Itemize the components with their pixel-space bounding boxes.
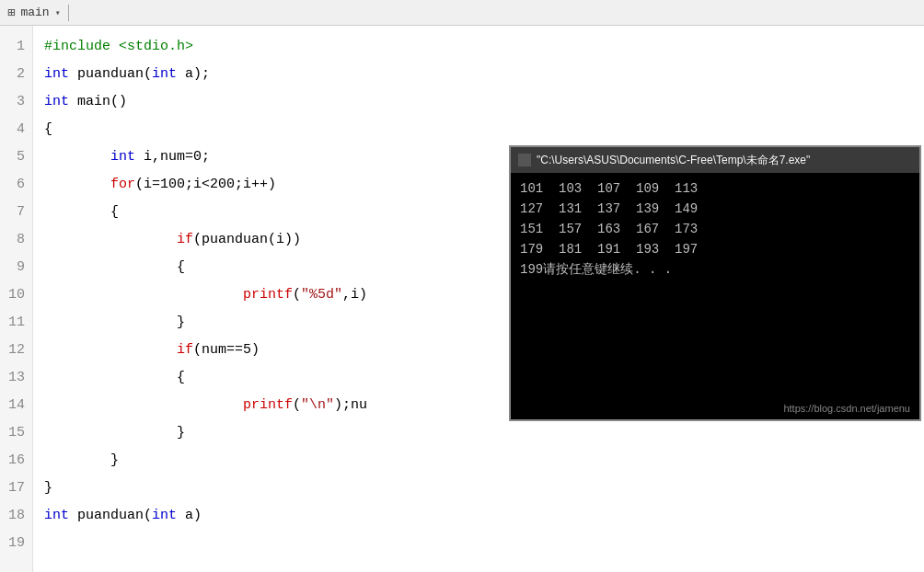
line-number: 6	[0, 171, 32, 199]
line-number: 3	[0, 88, 32, 116]
line-number: 12	[0, 337, 32, 364]
terminal-footer: https://blog.csdn.net/jamenu	[511, 403, 919, 419]
terminal-title: "C:\Users\ASUS\Documents\C-Free\Temp\未命名…	[537, 153, 912, 168]
line-number: 18	[0, 502, 32, 530]
line-number: 8	[0, 226, 32, 254]
line-number: 10	[0, 281, 32, 309]
code-line-19: int puanduan(int a)	[44, 502, 924, 530]
top-bar-separator	[68, 5, 69, 21]
line-number: 9	[0, 254, 32, 281]
terminal-footer-url: https://blog.csdn.net/jamenu	[783, 403, 910, 414]
line-number: 2	[0, 61, 32, 88]
line-number: 16	[0, 447, 32, 475]
terminal-output-line-4: 179 181 191 193 197	[520, 239, 910, 259]
function-name-label: main	[20, 6, 49, 19]
code-line-18: }	[44, 475, 924, 502]
code-line-2: int puanduan(int a);	[44, 61, 924, 88]
line-number: 17	[0, 475, 32, 502]
terminal-output-line-1: 101 103 107 109 113	[520, 178, 910, 199]
terminal-output-line-5: 199请按任意键继续. . .	[520, 259, 910, 280]
line-number: 1	[0, 33, 32, 61]
code-line-16: }	[44, 419, 924, 447]
code-line-17: }	[44, 447, 924, 475]
terminal-window: "C:\Users\ASUS\Documents\C-Free\Temp\未命名…	[509, 145, 921, 421]
line-number: 5	[0, 143, 32, 171]
line-number: 15	[0, 419, 32, 447]
code-line-4: {	[44, 116, 924, 143]
function-dropdown[interactable]: main ▾	[20, 6, 60, 19]
terminal-output-line-2: 127 131 137 139 149	[520, 199, 910, 219]
line-numbers: 1 2 3 4 5 6 7 8 9 10 11 12 13 14 15 16 1…	[0, 26, 33, 572]
line-number: 19	[0, 530, 32, 557]
terminal-window-icon	[518, 154, 531, 166]
editor-area: 1 2 3 4 5 6 7 8 9 10 11 12 13 14 15 16 1…	[0, 26, 924, 572]
line-number: 14	[0, 392, 32, 419]
top-bar: ⊞ main ▾	[0, 0, 924, 26]
line-number: 4	[0, 116, 32, 143]
line-number: 7	[0, 199, 32, 226]
terminal-body: 101 103 107 109 113 127 131 137 139 149 …	[511, 173, 919, 403]
terminal-output-line-3: 151 157 163 167 173	[520, 219, 910, 239]
line-number: 11	[0, 309, 32, 337]
code-line-1: #include <stdio.h>	[44, 33, 924, 61]
function-icon: ⊞	[7, 5, 15, 20]
line-number: 13	[0, 364, 32, 392]
terminal-titlebar: "C:\Users\ASUS\Documents\C-Free\Temp\未命名…	[511, 147, 919, 173]
code-line-3: int main()	[44, 88, 924, 116]
dropdown-arrow-icon: ▾	[55, 7, 61, 18]
